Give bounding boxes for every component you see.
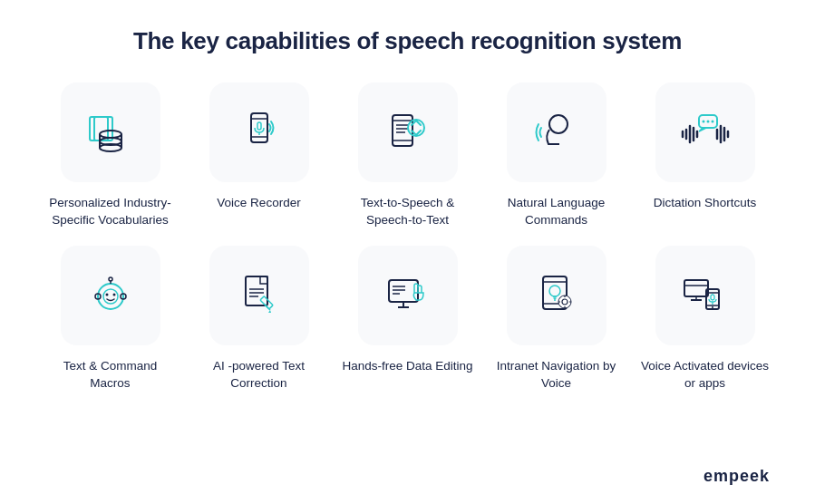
card-tts: Text-to-Speech & Speech-to-Text: [341, 82, 475, 229]
card-nlc-label: Natural Language Commands: [490, 195, 624, 229]
svg-rect-77: [711, 295, 714, 300]
intranet-icon: [529, 267, 585, 324]
svg-rect-13: [257, 122, 261, 130]
svg-rect-44: [246, 276, 267, 305]
icon-box-nlc: [507, 82, 606, 182]
card-recorder-label: Voice Recorder: [217, 195, 300, 212]
svg-point-24: [702, 121, 704, 123]
card-dictation-label: Dictation Shortcuts: [654, 195, 756, 212]
svg-point-39: [112, 293, 115, 296]
card-vocab-label: Personalized Industry-Specific Vocabular…: [44, 195, 178, 229]
icon-box-macro: [61, 246, 160, 345]
icon-box-handsfree: [358, 246, 458, 345]
card-ai: AI -powered Text Correction: [192, 246, 326, 393]
svg-point-37: [103, 289, 118, 304]
icon-box-vocab: [61, 82, 160, 182]
tts-icon: [380, 104, 436, 160]
card-voice-app-label: Voice Activated devices or apps: [638, 358, 772, 393]
logo: empeek: [703, 467, 770, 486]
card-intranet-label: Intranet Navigation by Voice: [490, 358, 624, 393]
capability-grid: Personalized Industry-Specific Vocabular…: [18, 82, 797, 393]
svg-rect-15: [393, 115, 412, 146]
svg-point-25: [706, 121, 709, 123]
card-handsfree-label: Hands-free Data Editing: [342, 358, 472, 375]
dictation-icon: [677, 104, 733, 160]
icon-box-recorder: [209, 82, 309, 182]
icon-box-voice-app: [655, 246, 755, 345]
card-ai-label: AI -powered Text Correction: [192, 358, 326, 393]
card-dictation: Dictation Shortcuts: [638, 82, 772, 229]
page-title: The key capabilities of speech recogniti…: [133, 27, 682, 55]
footer: empeek: [18, 452, 797, 486]
voice-app-icon: [677, 267, 733, 324]
icon-box-dictation: [655, 82, 755, 182]
icon-box-ai: [209, 246, 309, 345]
card-handsfree: Hands-free Data Editing: [341, 246, 475, 393]
svg-point-38: [105, 293, 108, 296]
icon-box-intranet: [507, 246, 606, 345]
card-tts-label: Text-to-Speech & Speech-to-Text: [341, 195, 475, 229]
svg-point-36: [98, 284, 123, 309]
nlc-icon: [529, 104, 585, 160]
card-recorder: Voice Recorder: [192, 82, 326, 229]
ai-icon: [231, 267, 287, 324]
svg-point-22: [549, 115, 568, 133]
handsfree-icon: [380, 267, 436, 324]
recorder-icon: [231, 104, 287, 160]
card-voice-app: Voice Activated devices or apps: [638, 246, 772, 393]
card-macro: Text & Command Macros: [44, 246, 178, 393]
svg-point-26: [711, 121, 713, 123]
svg-rect-70: [684, 280, 708, 296]
svg-point-9: [100, 131, 121, 138]
macro-icon: [82, 267, 139, 324]
svg-rect-10: [251, 113, 267, 142]
svg-point-60: [549, 286, 560, 296]
icon-box-tts: [358, 82, 458, 182]
card-vocab: Personalized Industry-Specific Vocabular…: [44, 82, 178, 229]
svg-rect-51: [389, 280, 418, 302]
svg-point-64: [558, 296, 571, 308]
card-nlc: Natural Language Commands: [490, 82, 624, 229]
svg-point-43: [109, 277, 112, 281]
vocab-icon: [82, 104, 139, 160]
card-macro-label: Text & Command Macros: [44, 358, 178, 393]
svg-point-21: [408, 120, 424, 136]
svg-point-79: [712, 306, 713, 308]
card-intranet: Intranet Navigation by Voice: [490, 246, 624, 393]
